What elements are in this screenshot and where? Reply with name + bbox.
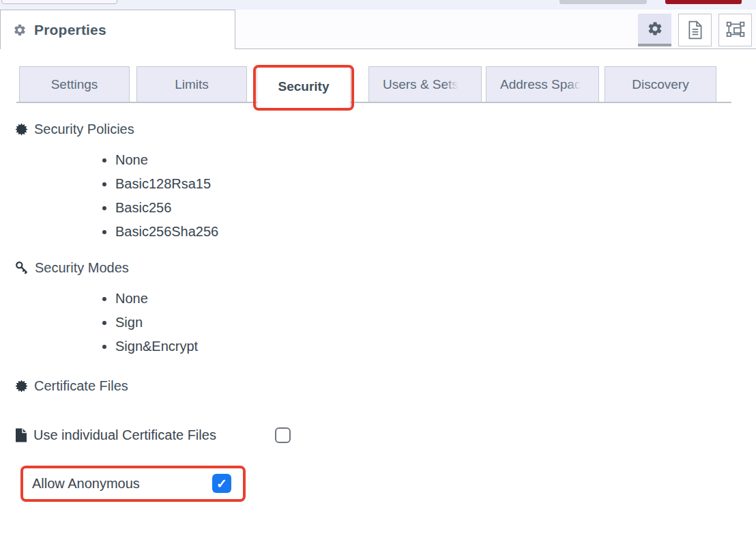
header-toolbar	[638, 14, 752, 46]
tab-discovery[interactable]: Discovery	[605, 66, 716, 102]
use-individual-certificates-label: Use individual Certificate Files	[33, 427, 216, 443]
tab-users-settings[interactable]: Users & Sets	[368, 66, 482, 102]
tab-label: Users & Sets	[383, 77, 459, 92]
panel-title: Properties	[34, 22, 106, 38]
selection-view-button[interactable]	[718, 14, 752, 46]
tab-limits[interactable]: Limits	[136, 66, 247, 102]
certificate-files-header: Certificate Files	[15, 376, 756, 395]
security-tab-content: Security Policies None Basic128Rsa15 Bas…	[0, 104, 756, 502]
list-item: Basic256	[115, 196, 756, 220]
tab-baseline	[16, 102, 731, 103]
top-strip	[0, 0, 756, 10]
allow-anonymous-checkbox[interactable]: ✓	[212, 474, 231, 493]
tab-address-space[interactable]: Address Spac	[486, 66, 599, 102]
section-title: Security Policies	[34, 122, 134, 137]
key-icon	[15, 261, 29, 274]
tab-label: Settings	[51, 77, 98, 92]
section-title: Certificate Files	[34, 378, 128, 394]
security-policies-header: Security Policies	[15, 119, 756, 139]
cropped-button-gray	[559, 0, 647, 4]
list-item: Sign&Encrypt	[115, 335, 756, 358]
tab-settings[interactable]: Settings	[19, 66, 130, 102]
cropped-button-light	[1, 0, 117, 4]
allow-anonymous-label: Allow Anonymous	[32, 476, 140, 492]
list-item: Basic256Sha256	[115, 220, 756, 244]
list-item: Sign	[115, 311, 756, 335]
section-title: Security Modes	[35, 260, 129, 276]
security-modes-header: Security Modes	[15, 258, 756, 277]
seal-icon	[15, 123, 28, 136]
use-individual-certificates-row: Use individual Certificate Files	[15, 420, 756, 451]
tab-label: Limits	[175, 77, 209, 92]
tab-label: Security	[278, 79, 330, 94]
allow-anonymous-highlight-annotation: Allow Anonymous ✓	[20, 466, 246, 502]
gear-icon	[647, 20, 663, 37]
cropped-button-red	[665, 0, 742, 4]
checkmark-icon: ✓	[216, 476, 227, 492]
tab-label: Address Spac	[500, 77, 581, 92]
seal-icon	[15, 380, 28, 393]
file-icon	[15, 428, 27, 442]
panel-header: Properties	[0, 10, 756, 49]
tab-label: Discovery	[632, 77, 688, 92]
tab-security[interactable]: Security	[257, 66, 351, 107]
list-item: None	[115, 148, 756, 172]
security-policies-list: None Basic128Rsa15 Basic256 Basic256Sha2…	[15, 148, 756, 244]
list-item: None	[115, 287, 756, 311]
properties-view-button[interactable]	[638, 14, 671, 46]
list-item: Basic128Rsa15	[115, 172, 756, 196]
security-modes-list: None Sign Sign&Encrypt	[15, 287, 756, 358]
document-view-button[interactable]	[678, 14, 712, 46]
gear-icon	[13, 23, 27, 37]
properties-panel-tab[interactable]: Properties	[0, 10, 235, 49]
selection-icon	[726, 21, 745, 39]
document-icon	[686, 20, 704, 40]
use-individual-certificates-checkbox[interactable]	[275, 427, 291, 443]
tab-bar: Settings Limits Security Users & Sets Ad…	[0, 66, 756, 104]
